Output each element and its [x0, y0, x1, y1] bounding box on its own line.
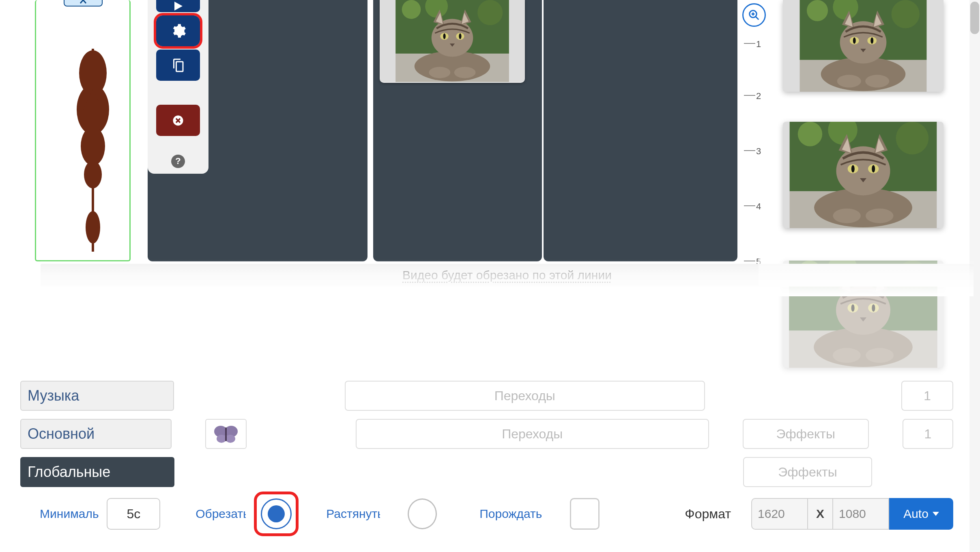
min-input[interactable]	[107, 498, 160, 530]
svg-point-13	[477, 0, 503, 25]
auto-button-label: Auto	[903, 507, 928, 521]
layer-button-main[interactable]: Основной	[20, 419, 172, 449]
settings-row: Минимальн Обрезать Растянуть Порождать Ф…	[20, 498, 953, 530]
layer-row-main: Основной Переходы Эффекты 1	[20, 418, 953, 450]
ruler-tick	[744, 205, 755, 206]
svg-point-52	[217, 435, 226, 443]
ruler-tick	[744, 43, 755, 44]
chevron-up-icon	[80, 0, 87, 4]
ruler-tick	[744, 150, 755, 151]
crop-radio[interactable]	[261, 498, 292, 529]
format-auto-button[interactable]: Auto	[889, 498, 953, 530]
waveform-icon	[69, 24, 117, 256]
stretch-radio[interactable]	[408, 498, 437, 529]
ruler-tick	[744, 261, 755, 261]
audio-collapse-toggle[interactable]	[64, 0, 103, 6]
radio-dot-icon	[268, 505, 285, 522]
format-width-input[interactable]	[751, 498, 808, 530]
cat-image	[783, 122, 943, 228]
copy-button[interactable]	[156, 50, 200, 81]
format-label: Формат	[685, 507, 731, 522]
clip-thumbnail[interactable]	[380, 0, 525, 83]
preview-thumbnail-2[interactable]	[783, 122, 943, 228]
min-label: Минимальн	[40, 507, 99, 521]
audio-track[interactable]	[35, 0, 131, 261]
butterfly-icon	[212, 423, 240, 445]
ruler-number: 4	[756, 201, 761, 212]
format-separator: X	[808, 498, 832, 530]
ruler-number: 3	[756, 146, 761, 157]
format-group: X Auto	[751, 498, 953, 530]
timeline-panel-3[interactable]	[544, 0, 737, 261]
cut-line-banner: Видео будет обрезано по этой линии	[41, 264, 974, 287]
zoom-in-icon	[748, 9, 760, 21]
play-icon	[173, 1, 183, 11]
ruler-number: 2	[756, 91, 761, 101]
svg-point-11	[402, 0, 421, 19]
track-toolbar: ?	[148, 0, 208, 174]
preview-thumbnail-1[interactable]	[783, 0, 943, 92]
cat-image	[783, 0, 943, 92]
layer-count-music[interactable]: 1	[901, 381, 953, 411]
spawn-label: Порождать	[479, 507, 542, 521]
zoom-in-button[interactable]	[742, 3, 766, 27]
svg-marker-8	[174, 2, 183, 11]
copy-icon	[171, 58, 185, 73]
transitions-button-main[interactable]: Переходы	[356, 419, 709, 449]
layer-button-global[interactable]: Глобальные	[20, 457, 174, 487]
layer-count-main[interactable]: 1	[903, 419, 953, 449]
cut-line-text: Видео будет обрезано по этой линии	[402, 268, 612, 282]
svg-point-24	[459, 33, 461, 39]
svg-point-23	[443, 33, 445, 39]
layer-row-music: Музыка Переходы 1	[20, 380, 953, 412]
delete-button[interactable]	[156, 105, 200, 136]
effects-button-global[interactable]: Эффекты	[743, 457, 872, 487]
cat-image	[380, 0, 525, 82]
caret-down-icon	[933, 512, 939, 516]
svg-point-27	[454, 67, 476, 78]
help-button[interactable]: ?	[171, 155, 185, 168]
play-button[interactable]	[156, 0, 200, 12]
layer-button-music[interactable]: Музыка	[20, 381, 174, 411]
scrollbar-thumb[interactable]	[970, 2, 979, 34]
crop-label: Обрезать	[196, 507, 246, 521]
timeline-ruler: 1 2 3 4 5	[744, 33, 759, 277]
stretch-label: Растянуть	[326, 507, 380, 521]
gear-icon	[170, 23, 186, 39]
settings-button[interactable]	[156, 15, 200, 47]
crop-radio-highlight	[254, 492, 299, 536]
svg-line-29	[756, 17, 759, 20]
format-height-input[interactable]	[832, 498, 889, 530]
ruler-number: 1	[756, 39, 761, 50]
layers-section: Музыка Переходы 1 Основной Переходы Эффе…	[20, 380, 953, 488]
close-circle-icon	[172, 114, 184, 127]
layer-row-global: Глобальные Эффекты	[20, 456, 953, 488]
editor-area: ? 1 2	[20, 0, 953, 292]
ruler-tick	[744, 95, 755, 96]
transitions-button-music[interactable]: Переходы	[345, 381, 705, 411]
effects-button-main[interactable]: Эффекты	[743, 419, 869, 449]
transition-preview-main[interactable]	[205, 419, 247, 449]
svg-point-53	[226, 435, 235, 443]
spawn-checkbox[interactable]	[570, 498, 600, 530]
svg-rect-54	[225, 427, 227, 441]
svg-point-26	[429, 67, 451, 78]
